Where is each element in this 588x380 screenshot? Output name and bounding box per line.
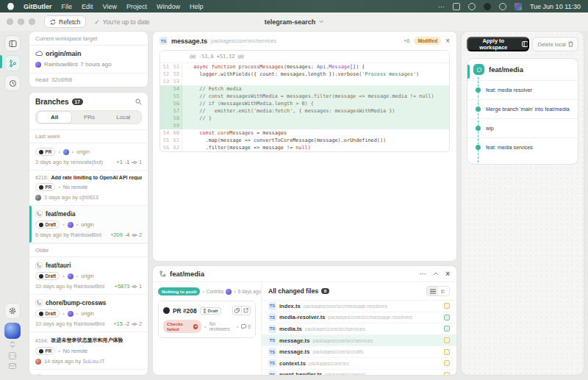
branch-list-item[interactable]: dev/docs •origin a mo ago by RainbowBird… <box>29 370 148 375</box>
menu-item-help[interactable]: Help <box>190 3 204 10</box>
status-app-icon[interactable] <box>468 3 476 10</box>
diff-line[interactable]: 5151 async function processMessages(mess… <box>160 63 449 71</box>
pr-card[interactable]: PR #208 Draft Checks failed× <box>158 301 256 338</box>
delete-local-button[interactable]: Delete local <box>532 37 578 51</box>
history-rail-button[interactable] <box>4 75 21 91</box>
menu-item-file[interactable]: File <box>62 3 73 10</box>
collapse-panel-icon[interactable] <box>433 272 439 276</box>
file-row[interactable]: TSmessage.tspackages/core/src/utils <box>262 346 456 358</box>
menu-item-window[interactable]: Window <box>157 3 180 10</box>
account-status-icon[interactable] <box>499 3 506 10</box>
typescript-file-icon: TS <box>159 37 168 45</box>
file-row[interactable]: TScontext.tspackages/core/src <box>262 358 456 370</box>
branch-type-icon <box>35 299 43 306</box>
tab-all[interactable]: All <box>37 111 72 123</box>
list-view-button[interactable] <box>427 287 438 295</box>
branch-age: 6 days ago <box>238 289 261 294</box>
modified-status-icon <box>444 372 450 375</box>
github-icon <box>163 307 170 314</box>
commit-row[interactable]: Merge branch 'main' into feat/media <box>467 99 578 118</box>
diff-line-added[interactable]: 57 // emitter.emit('media:fetch', { mess… <box>160 107 449 115</box>
menu-item-project[interactable]: Project <box>126 3 147 10</box>
target-branch-row[interactable]: origin/main <box>29 46 148 59</box>
input-source-icon[interactable] <box>514 3 522 10</box>
avatar <box>35 359 41 365</box>
diff-line-added[interactable]: 54 // Fetch media <box>160 85 449 93</box>
workspace-target-card: Current workspace target origin/main Rai… <box>29 31 148 87</box>
search-branches-button[interactable] <box>135 98 142 105</box>
menu-item-edit[interactable]: Edit <box>82 3 93 10</box>
menu-item-view[interactable]: View <box>103 3 117 10</box>
collapse-rail-button[interactable] <box>10 341 15 348</box>
left-icon-rail <box>0 31 25 376</box>
apply-to-workspace-button[interactable]: Apply to workspace <box>467 37 529 51</box>
file-row[interactable]: TSindex.tspackages/core/src/message-reso… <box>262 301 456 312</box>
branch-list-item[interactable]: chore/bump-crossws Draft • •origin 10 da… <box>29 295 148 332</box>
files-count-badge: 8 <box>321 288 329 294</box>
settings-rail-button[interactable] <box>4 303 21 319</box>
diff-line-added[interactable]: 58 // } <box>160 115 449 122</box>
project-switcher[interactable]: telegram-search <box>265 18 324 26</box>
more-status-icon[interactable]: ··· <box>438 3 445 10</box>
branches-icon <box>9 60 17 68</box>
branch-meta: 6 days ago by RainbowBird <box>35 232 101 238</box>
commit-dot-icon <box>476 87 481 93</box>
diff-line[interactable]: 5561 .map(message => convertToCoreMessag… <box>160 137 449 144</box>
remote-label: origin <box>81 273 94 279</box>
tree-view-button[interactable] <box>438 287 449 295</box>
feedback-button[interactable] <box>9 363 16 369</box>
file-row[interactable]: TSevent-handler.tspackages/core/src <box>262 370 456 375</box>
close-diff-button[interactable]: × <box>445 37 450 45</box>
screen-mirror-icon[interactable] <box>453 3 460 10</box>
close-window-button[interactable] <box>7 18 13 25</box>
added-lines-count: +6 <box>404 37 410 44</box>
user-avatar[interactable] <box>4 323 21 339</box>
raycast-icon[interactable] <box>484 3 491 10</box>
head-sha[interactable]: 32c6f98 <box>51 76 72 83</box>
commit-row[interactable]: wip <box>467 118 578 137</box>
stashed-branch-header[interactable]: feat/media <box>467 59 578 80</box>
branch-list-item[interactable]: #216:Add rate limiting to OpenAI API req… <box>29 171 148 206</box>
pr-badge: PR <box>35 183 55 191</box>
workspace-icon <box>522 41 528 47</box>
pr-number: #216: <box>35 175 49 180</box>
diff-line[interactable]: 5662 .filter(message => message != null) <box>160 144 449 151</box>
branch-detail-panel: feat/media ··· × Nothing to push • Contr… <box>152 265 457 376</box>
refetch-button[interactable]: Refetch <box>44 15 86 28</box>
commit-row[interactable]: feat: media resolver <box>467 80 578 99</box>
tab-prs[interactable]: PRs <box>72 112 106 123</box>
avatar <box>226 289 232 295</box>
branches-rail-button[interactable] <box>4 55 21 71</box>
menu-bar-clock[interactable]: Tue Jun 10 11:30 <box>530 3 581 10</box>
diff-line[interactable]: 5353 <box>160 78 449 85</box>
file-row-selected[interactable]: TSmessage.tspackages/core/src/services <box>262 335 456 347</box>
contribs-label: Contribs <box>207 289 224 294</box>
commit-row[interactable]: feat: media services <box>467 137 578 157</box>
workspace-rail-button[interactable] <box>4 35 21 51</box>
checks-failed-pill[interactable]: Checks failed× <box>163 320 201 333</box>
editor-shortcut-button[interactable] <box>9 352 16 359</box>
menu-item-gitbutler[interactable]: GitButler <box>24 3 52 10</box>
branch-list-item-selected[interactable]: feat/media Draft • •origin 6 days ago by… <box>29 206 148 243</box>
zoom-window-button[interactable] <box>29 18 35 25</box>
diff-line[interactable]: 5460 const coreMessages = messages <box>160 129 449 137</box>
branch-list-item[interactable]: feat/tauri Draft • •origin 10 days ago b… <box>29 257 148 295</box>
apple-logo-icon[interactable] <box>7 3 14 10</box>
diff-line-added[interactable]: 56 // if (messagesWithMedia.length > 0) … <box>160 100 449 107</box>
open-pr-external-button[interactable] <box>241 306 251 315</box>
branch-list-item[interactable]: #194:改进未登录状态显示和用户体验 PR •No remote 14 day… <box>29 332 148 370</box>
diff-line-added[interactable]: 55 // const messagesWithMedia = messages… <box>160 93 449 100</box>
panel-more-button[interactable]: ··· <box>420 270 427 278</box>
file-row[interactable]: TSmedia-resolver.tspackages/core/src/mes… <box>262 312 456 324</box>
branch-name: dev/docs <box>46 375 72 376</box>
diff-line-added[interactable]: 59 <box>160 122 449 129</box>
close-panel-button[interactable]: × <box>445 270 450 278</box>
branch-list-item[interactable]: PR • •origin 3 days ago by renovate(bot)… <box>29 143 148 171</box>
diff-line[interactable]: 5252 logger.withFields({ count: messages… <box>160 71 449 78</box>
macos-menu-bar: GitButler File Edit View Project Window … <box>0 0 588 12</box>
branch-name: feat/tauri <box>46 262 71 269</box>
tab-local[interactable]: Local <box>107 112 140 123</box>
remote-label: origin <box>81 310 94 317</box>
file-row[interactable]: TSmedia.tspackages/core/src/services <box>262 323 456 335</box>
minimize-window-button[interactable] <box>18 18 24 25</box>
